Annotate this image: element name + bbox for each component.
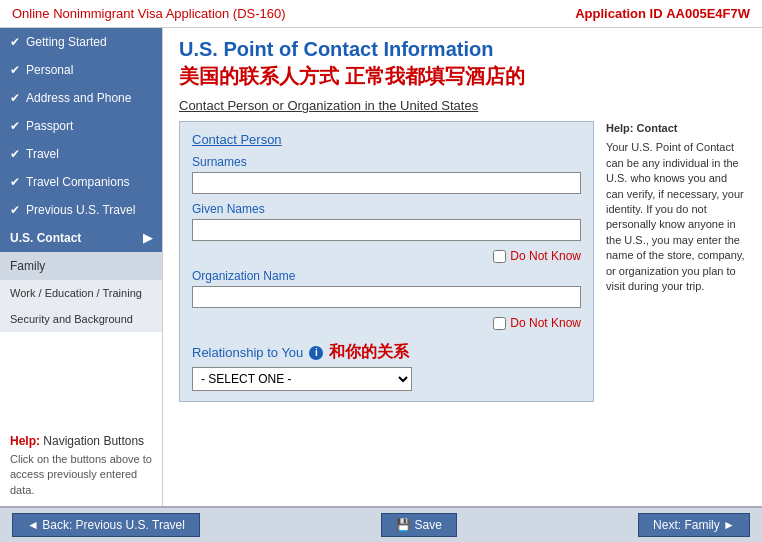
help-panel: Help: Contact Your U.S. Point of Contact…: [606, 121, 746, 402]
sidebar-item-label: Previous U.S. Travel: [26, 203, 135, 217]
sidebar-nav-title: Navigation Buttons: [43, 434, 144, 448]
app-id-label: Application ID: [575, 6, 662, 21]
sidebar-nav-text: Click on the buttons above to access pre…: [10, 452, 152, 498]
sidebar-item-travel-companions[interactable]: ✔ Travel Companions: [0, 168, 162, 196]
org-name-input[interactable]: [192, 286, 581, 308]
header: Online Nonimmigrant Visa Application (DS…: [0, 0, 762, 28]
org-name-group: Organization Name: [192, 269, 581, 308]
sidebar-help-section: Help: Navigation Buttons Click on the bu…: [0, 426, 162, 506]
sidebar-item-label: Work / Education / Training: [10, 287, 142, 299]
form-left: Contact Person Surnames Given Names Do N…: [179, 121, 594, 402]
do-not-know-row: Do Not Know: [192, 249, 581, 263]
back-button[interactable]: ◄ Back: Previous U.S. Travel: [12, 513, 200, 537]
sidebar-item-label: Travel Companions: [26, 175, 130, 189]
sidebar-item-label: Security and Background: [10, 313, 133, 325]
help-title: Help: Contact: [606, 121, 746, 136]
help-contact-label: Contact: [637, 122, 678, 134]
org-do-not-know-label: Do Not Know: [510, 316, 581, 330]
content-area: U.S. Point of Contact Information 美国的联系人…: [163, 28, 762, 506]
app-id-value: AA005E4F7W: [666, 6, 750, 21]
surnames-label: Surnames: [192, 155, 581, 169]
check-icon: ✔: [10, 175, 20, 189]
org-name-label: Organization Name: [192, 269, 581, 283]
sidebar-item-label: Personal: [26, 63, 73, 77]
sidebar-item-label: Getting Started: [26, 35, 107, 49]
subtitle-chinese: 美国的联系人方式 正常我都填写酒店的: [179, 63, 746, 90]
sidebar-item-personal[interactable]: ✔ Personal: [0, 56, 162, 84]
sidebar-item-passport[interactable]: ✔ Passport: [0, 112, 162, 140]
check-icon: ✔: [10, 203, 20, 217]
relationship-chinese: 和你的关系: [329, 342, 409, 363]
sidebar-item-travel[interactable]: ✔ Travel: [0, 140, 162, 168]
sidebar-item-work-edu[interactable]: Work / Education / Training: [0, 280, 162, 306]
relationship-label: Relationship to You i 和你的关系: [192, 342, 581, 363]
check-icon: ✔: [10, 119, 20, 133]
check-icon: ✔: [10, 91, 20, 105]
surnames-input[interactable]: [192, 172, 581, 194]
header-title: Online Nonimmigrant Visa Application (DS…: [12, 6, 286, 21]
header-app-id: Application ID AA005E4F7W: [575, 6, 750, 21]
relationship-section: Relationship to You i 和你的关系 - SELECT ONE…: [192, 342, 581, 391]
org-do-not-know-checkbox[interactable]: [493, 317, 506, 330]
sidebar-item-security-background[interactable]: Security and Background: [0, 306, 162, 332]
sidebar-help-label: Help: Navigation Buttons: [10, 434, 152, 448]
save-button[interactable]: 💾 Save: [381, 513, 457, 537]
relationship-select[interactable]: - SELECT ONE - Spouse Parent Friend Busi…: [192, 367, 412, 391]
do-not-know-label: Do Not Know: [510, 249, 581, 263]
sidebar-item-family[interactable]: Family: [0, 252, 162, 280]
sidebar-item-label: Passport: [26, 119, 73, 133]
sidebar-item-address-phone[interactable]: ✔ Address and Phone: [0, 84, 162, 112]
do-not-know-checkbox[interactable]: [493, 250, 506, 263]
relationship-text: Relationship to You: [192, 345, 303, 360]
org-do-not-know-row: Do Not Know: [192, 316, 581, 330]
sidebar-item-getting-started[interactable]: ✔ Getting Started: [0, 28, 162, 56]
org-section: Organization Name Do Not Know: [192, 269, 581, 330]
info-icon[interactable]: i: [309, 346, 323, 360]
footer: ◄ Back: Previous U.S. Travel 💾 Save Next…: [0, 506, 762, 542]
check-icon: ✔: [10, 147, 20, 161]
sidebar-item-label: Travel: [26, 147, 59, 161]
sidebar: ✔ Getting Started ✔ Personal ✔ Address a…: [0, 28, 163, 506]
arrow-icon: ▶: [143, 231, 152, 245]
help-text: Your U.S. Point of Contact can be any in…: [606, 140, 746, 294]
given-names-input[interactable]: [192, 219, 581, 241]
section-header: Contact Person or Organization in the Un…: [179, 98, 746, 113]
sidebar-item-label: Address and Phone: [26, 91, 131, 105]
sidebar-item-previous-us-travel[interactable]: ✔ Previous U.S. Travel: [0, 196, 162, 224]
main-layout: ✔ Getting Started ✔ Personal ✔ Address a…: [0, 28, 762, 506]
sidebar-item-label: U.S. Contact: [10, 231, 81, 245]
given-names-label: Given Names: [192, 202, 581, 216]
check-icon: ✔: [10, 35, 20, 49]
sidebar-item-label: Family: [10, 259, 45, 273]
check-icon: ✔: [10, 63, 20, 77]
next-button[interactable]: Next: Family ►: [638, 513, 750, 537]
form-area: Contact Person Surnames Given Names Do N…: [179, 121, 746, 402]
given-names-group: Given Names: [192, 202, 581, 241]
contact-person-label: Contact Person: [192, 132, 581, 147]
sidebar-item-us-contact[interactable]: U.S. Contact ▶: [0, 224, 162, 252]
page-title: U.S. Point of Contact Information: [179, 38, 746, 61]
help-label: Help:: [606, 122, 634, 134]
surnames-group: Surnames: [192, 155, 581, 194]
